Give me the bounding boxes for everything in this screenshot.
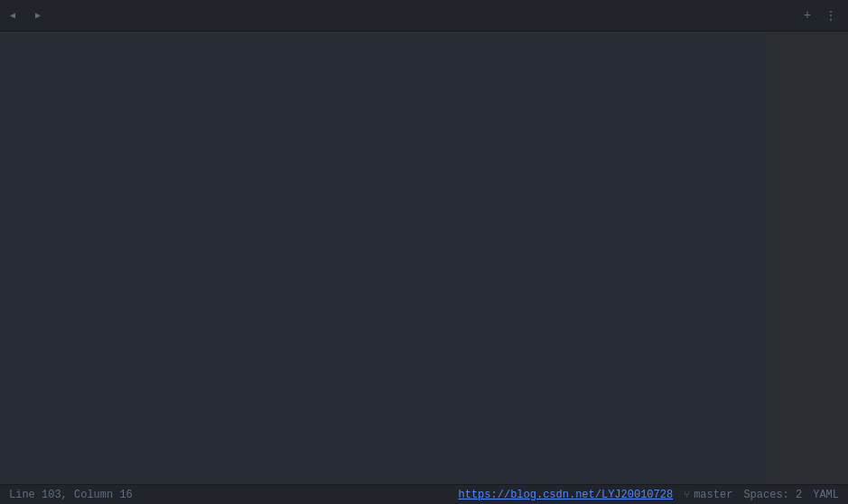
tab-nav-prev[interactable]: ◀ bbox=[0, 0, 25, 32]
git-icon: ⑂ bbox=[684, 490, 690, 500]
url-text: https://blog.csdn.net/LYJ20010728 bbox=[459, 489, 674, 501]
tab-bar-right: + ⋮ bbox=[797, 5, 848, 25]
tab-bar-left: ◀ ▶ bbox=[0, 0, 51, 31]
status-spaces[interactable]: Spaces: 2 bbox=[743, 489, 802, 501]
editor-area bbox=[0, 32, 848, 484]
status-git[interactable]: ⑂ master bbox=[684, 489, 732, 501]
minimap bbox=[767, 32, 848, 484]
language-text: YAML bbox=[813, 489, 839, 501]
code-editor bbox=[0, 32, 767, 484]
status-bar: Line 103, Column 16 https://blog.csdn.ne… bbox=[0, 484, 848, 504]
status-right: https://blog.csdn.net/LYJ20010728 ⑂ mast… bbox=[459, 489, 839, 501]
position-text: Line 103, Column 16 bbox=[9, 489, 133, 501]
code-content bbox=[0, 32, 767, 484]
status-language[interactable]: YAML bbox=[813, 489, 839, 501]
minimap-viewport[interactable] bbox=[767, 32, 848, 484]
status-left: Line 103, Column 16 bbox=[9, 489, 133, 501]
status-position[interactable]: Line 103, Column 16 bbox=[9, 489, 133, 501]
tab-nav-next[interactable]: ▶ bbox=[25, 0, 51, 32]
git-branch-text: master bbox=[694, 489, 732, 501]
tab-options-button[interactable]: ⋮ bbox=[821, 5, 841, 25]
line-numbers bbox=[0, 32, 34, 484]
spaces-text: Spaces: 2 bbox=[743, 489, 802, 501]
code-lines[interactable] bbox=[34, 32, 767, 484]
tab-bar: ◀ ▶ + ⋮ bbox=[0, 0, 848, 32]
status-url[interactable]: https://blog.csdn.net/LYJ20010728 bbox=[459, 489, 674, 501]
new-tab-button[interactable]: + bbox=[797, 5, 817, 25]
